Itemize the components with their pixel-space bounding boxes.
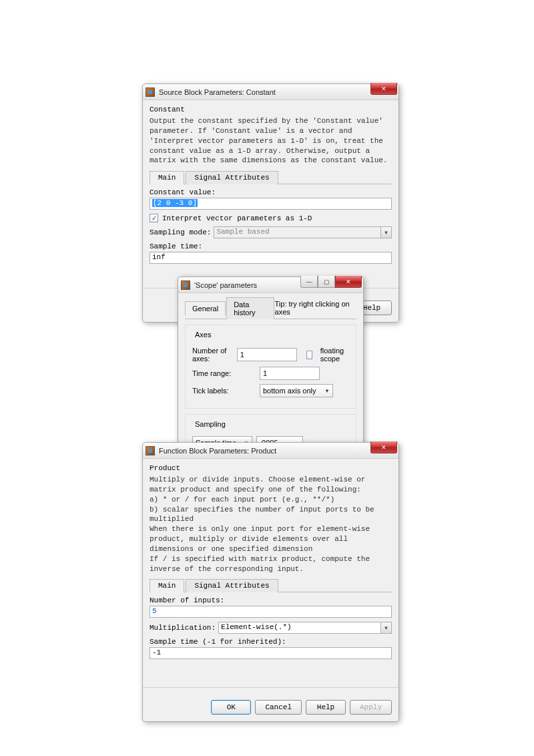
sample-time-input[interactable]: inf <box>150 252 392 264</box>
close-button[interactable]: ✕ <box>335 276 362 288</box>
floating-scope-checkbox[interactable] <box>306 351 312 359</box>
tick-labels-label: Tick labels: <box>192 387 256 395</box>
num-inputs-input[interactable]: 5 <box>150 606 392 618</box>
constant-value-input[interactable]: [2 0 -3 0] <box>150 198 392 210</box>
chevron-down-icon[interactable]: ▼ <box>381 226 392 238</box>
description-text: Multiply or divide inputs. Choose elemen… <box>150 475 392 574</box>
description-text: Output the constant specified by the 'Co… <box>150 116 392 166</box>
simulink-icon <box>146 87 155 97</box>
tab-main[interactable]: Main <box>150 171 184 184</box>
simulink-icon <box>146 446 155 455</box>
window-title: Function Block Parameters: Product <box>159 447 276 455</box>
window-title: Source Block Parameters: Constant <box>159 88 276 96</box>
sample-time-input[interactable]: -1 <box>150 647 392 659</box>
close-button[interactable]: ✕ <box>370 83 397 95</box>
tab-data-history[interactable]: Data history <box>226 297 274 319</box>
chevron-down-icon: ▼ <box>324 388 330 394</box>
tab-strip: General Data history Tip: try right clic… <box>185 297 356 319</box>
sample-time-label: Sample time (-1 for inherited): <box>150 638 392 646</box>
chevron-down-icon[interactable]: ▼ <box>381 622 392 634</box>
titlebar[interactable]: 'Scope' parameters — ▢ ✕ <box>178 277 363 293</box>
tab-general[interactable]: General <box>185 301 226 316</box>
sampling-group-title: Sampling <box>192 420 228 428</box>
constant-value-label: Constant value: <box>150 188 392 196</box>
time-range-input[interactable] <box>260 367 320 380</box>
dialog-product: Function Block Parameters: Product ✕ Pro… <box>142 442 399 722</box>
close-button[interactable]: ✕ <box>370 441 397 453</box>
section-title: Product <box>150 463 392 474</box>
interpret-1d-label: Interpret vector parameters as 1-D <box>162 214 312 222</box>
num-inputs-label: Number of inputs: <box>150 596 392 604</box>
help-button[interactable]: Help <box>306 700 346 715</box>
sampling-mode-select[interactable]: Sample based <box>214 226 381 238</box>
sample-time-label: Sample time: <box>150 242 392 250</box>
axes-group: Axes Number of axes: floating scope Time… <box>185 325 356 409</box>
multiplication-select[interactable]: Element-wise(.*) <box>218 622 381 634</box>
time-range-label: Time range: <box>192 369 256 377</box>
titlebar[interactable]: Source Block Parameters: Constant ✕ <box>143 84 398 100</box>
section-title: Constant <box>150 104 392 115</box>
cancel-button[interactable]: Cancel <box>255 700 302 715</box>
tip-text: Tip: try right clicking on axes <box>275 300 356 316</box>
simulink-icon <box>181 280 190 290</box>
window-title: 'Scope' parameters <box>194 281 257 289</box>
floating-scope-label: floating scope <box>320 347 349 363</box>
sampling-mode-label: Sampling mode: <box>150 228 211 236</box>
num-axes-label: Number of axes: <box>192 347 233 363</box>
minimize-button[interactable]: — <box>300 276 318 288</box>
axes-group-title: Axes <box>192 331 214 339</box>
apply-button[interactable]: Apply <box>350 700 392 715</box>
interpret-1d-checkbox[interactable] <box>150 214 158 222</box>
maximize-button[interactable]: ▢ <box>318 276 335 288</box>
tab-signal-attributes[interactable]: Signal Attributes <box>186 171 278 184</box>
tab-strip: Main Signal Attributes <box>150 171 392 184</box>
multiplication-label: Multiplication: <box>150 624 216 632</box>
num-axes-input[interactable] <box>237 348 297 361</box>
tab-signal-attributes[interactable]: Signal Attributes <box>186 579 278 592</box>
tab-main[interactable]: Main <box>150 579 184 592</box>
titlebar[interactable]: Function Block Parameters: Product ✕ <box>143 443 398 459</box>
ok-button[interactable]: OK <box>211 700 251 715</box>
tab-strip: Main Signal Attributes <box>150 579 392 592</box>
tick-labels-select[interactable]: bottom axis only▼ <box>260 384 333 397</box>
